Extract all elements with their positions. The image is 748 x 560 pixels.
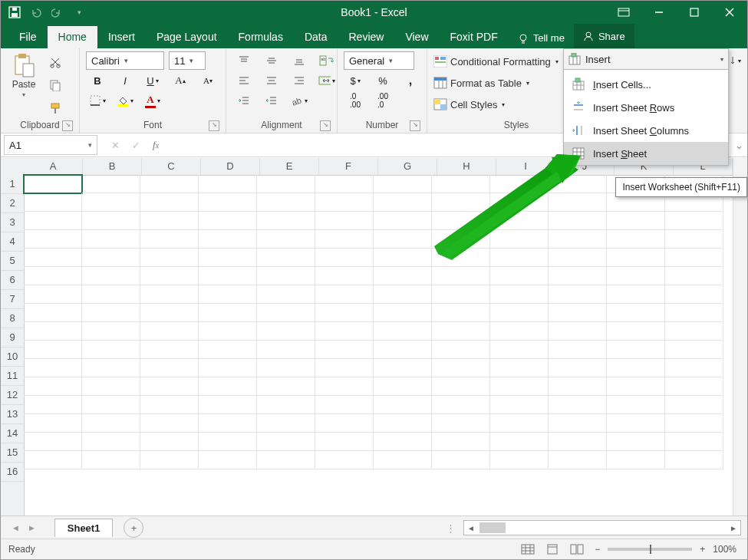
cell[interactable] bbox=[665, 414, 723, 433]
save-icon[interactable] bbox=[8, 6, 21, 18]
cell[interactable] bbox=[549, 322, 607, 341]
cell[interactable] bbox=[549, 451, 607, 469]
cell[interactable] bbox=[24, 193, 82, 212]
cell[interactable] bbox=[549, 175, 607, 193]
fill-color-icon[interactable]: ▾ bbox=[114, 91, 137, 110]
menu-insert-cells[interactable]: Insert Cells... bbox=[564, 73, 728, 96]
cell[interactable] bbox=[549, 212, 607, 230]
cell[interactable] bbox=[607, 304, 665, 322]
column-header[interactable]: I bbox=[496, 158, 555, 175]
tab-foxit-pdf[interactable]: Foxit PDF bbox=[440, 26, 509, 48]
cell[interactable] bbox=[257, 322, 315, 341]
cell[interactable] bbox=[82, 304, 140, 322]
cell[interactable] bbox=[257, 193, 315, 212]
enter-formula-icon[interactable]: ✓ bbox=[132, 140, 140, 151]
cell[interactable] bbox=[432, 230, 490, 249]
cell[interactable] bbox=[607, 433, 665, 451]
cell[interactable] bbox=[490, 451, 549, 469]
cell[interactable] bbox=[607, 322, 665, 341]
cell[interactable] bbox=[490, 396, 549, 414]
cell[interactable] bbox=[315, 249, 374, 267]
cell[interactable] bbox=[549, 249, 607, 267]
cell[interactable] bbox=[490, 249, 549, 267]
cell[interactable] bbox=[82, 414, 140, 433]
cell[interactable] bbox=[257, 396, 315, 414]
row-header[interactable]: 15 bbox=[1, 443, 24, 463]
cell[interactable] bbox=[490, 193, 549, 212]
cell[interactable] bbox=[140, 396, 199, 414]
column-header[interactable]: F bbox=[319, 158, 378, 175]
cell[interactable] bbox=[257, 230, 315, 249]
cell[interactable] bbox=[82, 267, 140, 285]
bold-button[interactable]: B bbox=[86, 71, 109, 90]
cell[interactable] bbox=[490, 230, 549, 249]
row-header[interactable]: 1 bbox=[1, 175, 24, 194]
cell[interactable] bbox=[24, 285, 82, 304]
tab-page-layout[interactable]: Page Layout bbox=[146, 26, 228, 48]
row-header[interactable]: 6 bbox=[1, 271, 24, 290]
cell[interactable] bbox=[374, 451, 432, 469]
decrease-indent-icon[interactable] bbox=[232, 91, 255, 110]
close-button[interactable] bbox=[712, 1, 747, 24]
cell[interactable] bbox=[315, 396, 374, 414]
tab-formulas[interactable]: Formulas bbox=[228, 26, 294, 48]
name-box[interactable]: A1 ▾ bbox=[4, 135, 97, 155]
cell[interactable] bbox=[140, 414, 199, 433]
cell[interactable] bbox=[315, 359, 374, 377]
number-format-dropdown[interactable]: General▾ bbox=[344, 51, 414, 70]
cell[interactable] bbox=[140, 193, 199, 212]
comma-format-icon[interactable]: , bbox=[399, 71, 422, 90]
cell[interactable] bbox=[140, 230, 199, 249]
cell[interactable] bbox=[24, 359, 82, 377]
cell[interactable] bbox=[665, 304, 723, 322]
cell[interactable] bbox=[140, 322, 199, 341]
cell[interactable] bbox=[199, 414, 257, 433]
cell[interactable] bbox=[607, 451, 665, 469]
cell[interactable] bbox=[549, 359, 607, 377]
cell[interactable] bbox=[549, 285, 607, 304]
cell[interactable] bbox=[432, 451, 490, 469]
horizontal-scrollbar[interactable]: ◄ ► bbox=[463, 520, 741, 535]
maximize-button[interactable] bbox=[677, 1, 712, 24]
cell[interactable] bbox=[665, 451, 723, 469]
cell[interactable] bbox=[432, 285, 490, 304]
cell[interactable] bbox=[257, 267, 315, 285]
cell[interactable] bbox=[607, 359, 665, 377]
cell[interactable] bbox=[82, 230, 140, 249]
orientation-icon[interactable]: ab▾ bbox=[288, 91, 311, 110]
cell[interactable] bbox=[82, 396, 140, 414]
column-header[interactable]: D bbox=[201, 158, 260, 175]
row-header[interactable]: 3 bbox=[1, 213, 24, 232]
cell[interactable] bbox=[607, 377, 665, 396]
row-header[interactable]: 13 bbox=[1, 405, 24, 424]
column-header[interactable]: B bbox=[83, 158, 142, 175]
cell[interactable] bbox=[432, 249, 490, 267]
cell[interactable] bbox=[490, 322, 549, 341]
cell[interactable] bbox=[24, 230, 82, 249]
cell[interactable] bbox=[607, 230, 665, 249]
cell[interactable] bbox=[199, 359, 257, 377]
cell[interactable] bbox=[24, 267, 82, 285]
cell[interactable] bbox=[140, 304, 199, 322]
cell[interactable] bbox=[374, 249, 432, 267]
view-page-layout-icon[interactable] bbox=[545, 544, 559, 555]
insert-function-icon[interactable]: fx bbox=[153, 139, 159, 151]
align-middle-icon[interactable] bbox=[260, 51, 283, 70]
cell[interactable] bbox=[607, 249, 665, 267]
scroll-right-icon[interactable]: ► bbox=[727, 524, 740, 532]
row-header[interactable]: 4 bbox=[1, 232, 24, 252]
decrease-font-icon[interactable]: A▾ bbox=[196, 71, 219, 90]
zoom-slider[interactable] bbox=[608, 548, 692, 551]
cell[interactable] bbox=[665, 433, 723, 451]
cell[interactable] bbox=[140, 433, 199, 451]
zoom-out-icon[interactable]: − bbox=[595, 544, 600, 555]
cell[interactable] bbox=[315, 230, 374, 249]
cell[interactable] bbox=[257, 249, 315, 267]
cell[interactable] bbox=[199, 433, 257, 451]
row-header[interactable]: 7 bbox=[1, 290, 24, 309]
cell[interactable] bbox=[140, 212, 199, 230]
cell[interactable] bbox=[432, 212, 490, 230]
scroll-left-icon[interactable]: ◄ bbox=[464, 524, 478, 532]
redo-icon[interactable] bbox=[51, 6, 64, 18]
cell[interactable] bbox=[257, 175, 315, 193]
